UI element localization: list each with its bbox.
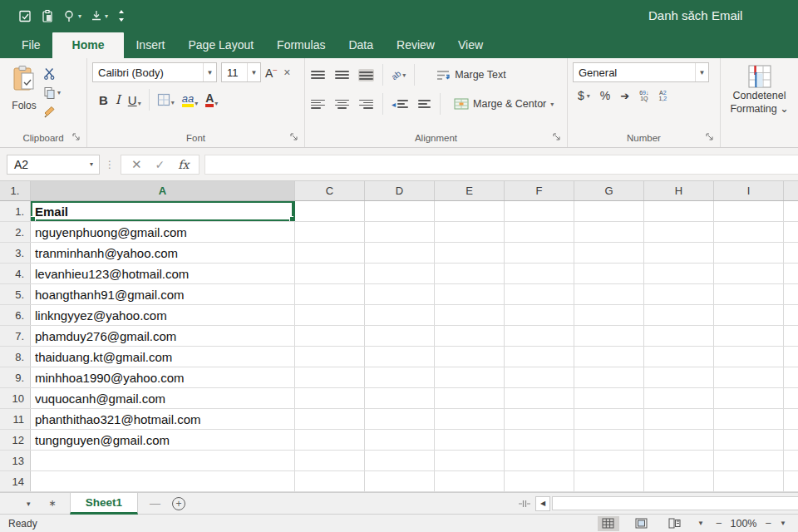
wrap-text-button[interactable]: Marge Text: [436, 69, 506, 81]
cell-a8[interactable]: thaiduang.kt@gmail.com: [31, 347, 295, 367]
cancel-button[interactable]: ✕: [131, 157, 142, 172]
scrollbar-splitter[interactable]: [519, 500, 530, 508]
sheet-nav-icon[interactable]: ▾: [27, 500, 31, 508]
tab-page-layout[interactable]: Page Layout: [176, 32, 265, 58]
tab-data[interactable]: Data: [337, 32, 385, 58]
zoom-out-button[interactable]: −: [716, 517, 722, 530]
normal-view-button[interactable]: [598, 516, 619, 531]
empty-cells[interactable]: [295, 222, 798, 242]
empty-cells[interactable]: [295, 409, 798, 429]
empty-cells[interactable]: [295, 201, 798, 221]
empty-cells[interactable]: [295, 264, 798, 283]
empty-cells[interactable]: [295, 367, 798, 387]
format-painter-button[interactable]: [43, 105, 61, 118]
align-bottom-button[interactable]: [358, 69, 374, 81]
align-left-button[interactable]: [310, 98, 326, 111]
comma-style-button[interactable]: ➔: [620, 90, 629, 102]
save-icon[interactable]: [18, 9, 32, 23]
font-color-button[interactable]: A▾: [205, 93, 218, 107]
insert-function-button[interactable]: fx: [178, 158, 189, 171]
zoom-level[interactable]: 100%: [731, 518, 757, 530]
cell-a1-selected[interactable]: Email: [31, 201, 295, 221]
tab-insert[interactable]: Insert: [124, 32, 176, 58]
empty-cells[interactable]: [295, 388, 798, 408]
grow-font-button[interactable]: A–: [265, 66, 277, 80]
column-header-f[interactable]: F: [505, 181, 574, 200]
name-box[interactable]: A2 ▾: [7, 155, 100, 175]
row-header[interactable]: 8.: [0, 347, 31, 367]
tab-view[interactable]: View: [446, 32, 495, 58]
page-layout-view-button[interactable]: [631, 516, 653, 531]
row-header[interactable]: 10: [0, 388, 31, 408]
align-top-button[interactable]: [310, 69, 326, 81]
column-header-c[interactable]: C: [295, 181, 365, 200]
cell-a9[interactable]: minhhoa1990@yahoo.com: [31, 367, 295, 387]
cell-a13[interactable]: [31, 451, 295, 470]
align-middle-button[interactable]: [334, 69, 350, 81]
cell-a2[interactable]: nguyenphuong@gmail.com: [31, 222, 295, 242]
decrease-decimal-button[interactable]: A21,2: [658, 90, 667, 101]
empty-cells[interactable]: [295, 284, 798, 304]
align-center-button[interactable]: [334, 98, 350, 111]
empty-cells[interactable]: [295, 347, 798, 367]
font-dialog-launcher[interactable]: [290, 132, 298, 142]
chevron-down-icon[interactable]: ▼: [697, 520, 704, 527]
sheet-nav-all-icon[interactable]: ∗: [49, 498, 57, 509]
font-size-select[interactable]: 11 ▼: [221, 62, 261, 82]
column-header-a[interactable]: A: [31, 181, 295, 200]
chevron-down-icon[interactable]: ▼: [780, 520, 786, 527]
column-header-g[interactable]: G: [574, 181, 644, 200]
increase-decimal-button[interactable]: 69↓1Q: [639, 90, 648, 101]
formula-input[interactable]: [204, 155, 798, 175]
decrease-indent-button[interactable]: ◂: [392, 98, 409, 111]
row-header[interactable]: 7.: [0, 326, 31, 346]
tab-file[interactable]: File: [10, 32, 52, 58]
enter-button[interactable]: ✓: [155, 158, 165, 171]
paste-button[interactable]: Folos: [5, 62, 43, 131]
row-header[interactable]: 1.: [0, 201, 31, 221]
percent-button[interactable]: %: [600, 89, 610, 102]
clipboard-icon[interactable]: [41, 9, 54, 23]
redo-down-icon[interactable]: ▾: [90, 9, 108, 22]
tab-home[interactable]: Home: [52, 32, 125, 58]
merge-center-button[interactable]: Marge & Centor ▾: [454, 98, 554, 110]
cell-a11[interactable]: phanthithao321@hotmail.com: [31, 409, 295, 429]
row-header[interactable]: 13: [0, 451, 31, 470]
row-header[interactable]: 12: [0, 430, 31, 450]
cell-a5[interactable]: hoangthanh91@gmail.com: [31, 284, 295, 304]
cut-button[interactable]: [43, 66, 61, 80]
resize-arrows-icon[interactable]: [116, 9, 126, 22]
zoom-in-button[interactable]: −: [765, 517, 771, 530]
bold-button[interactable]: B: [99, 93, 108, 107]
orientation-button[interactable]: ab ▾: [392, 71, 406, 80]
align-right-button[interactable]: [358, 98, 374, 111]
borders-button[interactable]: ▾: [157, 93, 175, 106]
row-header[interactable]: 6.: [0, 305, 31, 325]
new-sheet-button[interactable]: +: [172, 497, 185, 510]
row-header[interactable]: 9.: [0, 367, 31, 387]
underline-button[interactable]: U▾: [128, 93, 141, 107]
empty-cells[interactable]: [295, 430, 798, 450]
column-header-i[interactable]: I: [714, 181, 784, 200]
row-header[interactable]: 4.: [0, 264, 31, 283]
row-header[interactable]: 5.: [0, 284, 31, 304]
empty-cells[interactable]: [295, 451, 798, 470]
cell-a6[interactable]: linkngyyez@yahoo.com: [31, 305, 295, 325]
increase-indent-button[interactable]: [417, 98, 431, 111]
number-dialog-launcher[interactable]: [706, 132, 713, 142]
highlight-color-button[interactable]: aa▾: [182, 93, 198, 107]
copy-button[interactable]: ▾: [43, 86, 61, 99]
row-header[interactable]: 3.: [0, 243, 31, 263]
clipboard-dialog-launcher[interactable]: [72, 132, 80, 142]
horizontal-scrollbar[interactable]: [552, 496, 798, 510]
row-header[interactable]: 14: [0, 471, 31, 491]
search-icon[interactable]: ▾: [62, 9, 81, 23]
cell-a4[interactable]: levanhieu123@hotmail.com: [31, 264, 295, 283]
empty-cells[interactable]: [295, 471, 798, 491]
tab-review[interactable]: Review: [385, 32, 446, 58]
empty-cells[interactable]: [295, 305, 798, 325]
sheet-tab-sheet1[interactable]: Sheet1: [70, 493, 138, 515]
italic-button[interactable]: I: [116, 92, 121, 107]
cell-a10[interactable]: vuquocanh@gmail.com: [31, 388, 295, 408]
column-header-e[interactable]: E: [435, 181, 505, 200]
